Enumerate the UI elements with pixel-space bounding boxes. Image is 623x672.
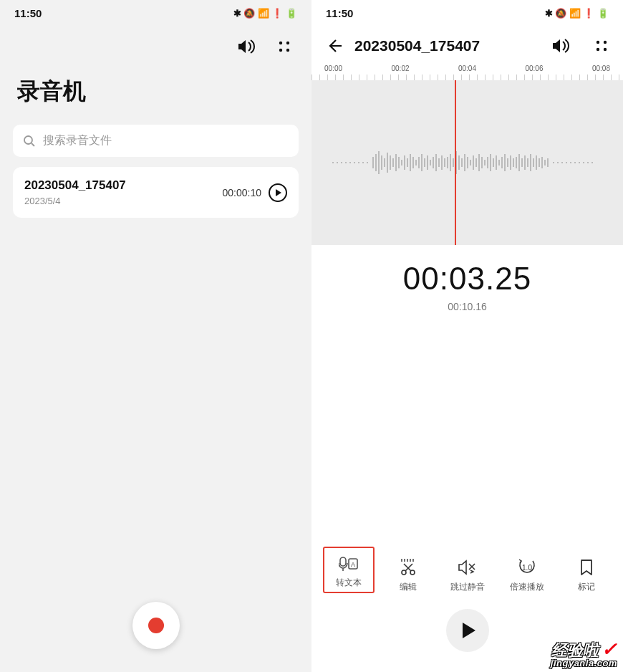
status-bar: 11:50 ✱ 🔕 📶 ❗ 🔋 — [312, 0, 623, 26]
speed-icon: 1.0 — [517, 558, 537, 577]
recording-detail-screen: 11:50 ✱ 🔕 📶 ❗ 🔋 20230504_175407 00:00 00… — [312, 0, 623, 672]
tick-label: 00:04 — [458, 64, 476, 72]
svg-line-5 — [32, 143, 34, 146]
current-time: 00:03.25 — [312, 261, 623, 297]
bottom-toolbar: A 转文本 编辑 跳过静音 1.0 倍速播放 — [312, 547, 623, 593]
play-button[interactable] — [446, 609, 489, 652]
svg-text:1.0: 1.0 — [522, 564, 532, 572]
tool-label: 倍速播放 — [510, 581, 544, 593]
search-icon — [23, 135, 36, 148]
waveform-area[interactable] — [312, 80, 623, 245]
status-bar: 11:50 ✱ 🔕 📶 ❗ 🔋 — [0, 0, 312, 26]
search-input[interactable]: 搜索录音文件 — [13, 125, 299, 157]
checkmark-icon: ✓ — [602, 638, 617, 660]
svg-point-3 — [286, 49, 289, 52]
transcribe-icon: A — [339, 554, 359, 572]
svg-point-8 — [604, 41, 607, 44]
page-title: 录音机 — [0, 62, 312, 120]
status-icons: ✱ 🔕 📶 ❗ 🔋 — [545, 8, 609, 19]
more-icon[interactable] — [594, 39, 609, 53]
watermark: 经验啦 ✓ jingyanla.com — [551, 640, 617, 668]
mute-skip-icon — [458, 558, 478, 577]
svg-point-4 — [24, 136, 32, 144]
playhead-indicator[interactable] — [455, 80, 456, 245]
back-icon[interactable] — [326, 37, 343, 54]
svg-line-103 — [405, 564, 412, 571]
status-time: 11:50 — [14, 7, 42, 19]
svg-point-1 — [286, 42, 289, 44]
speaker-icon[interactable] — [237, 39, 256, 54]
status-time: 11:50 — [326, 7, 353, 19]
total-time: 00:10.16 — [312, 301, 623, 312]
svg-line-104 — [404, 564, 411, 571]
status-icons: ✱ 🔕 📶 ❗ 🔋 — [233, 8, 297, 19]
svg-point-10 — [604, 48, 607, 51]
tick-label: 00:02 — [391, 64, 409, 72]
recording-name: 20230504_175407 — [24, 178, 126, 193]
time-ruler[interactable]: 00:00 00:02 00:04 00:06 00:08 — [312, 64, 623, 80]
edit-button[interactable]: 编辑 — [382, 558, 434, 593]
svg-point-2 — [279, 49, 282, 52]
tick-label: 00:06 — [525, 64, 543, 72]
tool-label: 转文本 — [336, 577, 362, 589]
recording-title: 20230504_175407 — [354, 37, 540, 54]
recording-date: 2023/5/4 — [24, 196, 126, 206]
tool-label: 标记 — [578, 581, 595, 593]
svg-point-7 — [597, 41, 599, 44]
tick-label: 00:08 — [592, 64, 610, 72]
waveform-icon — [312, 141, 623, 184]
svg-rect-92 — [340, 557, 346, 566]
speed-button[interactable]: 1.0 倍速播放 — [501, 558, 553, 593]
svg-point-9 — [597, 48, 599, 51]
svg-text:A: A — [350, 561, 354, 568]
recording-item[interactable]: 20230504_175407 2023/5/4 00:00:10 — [13, 167, 299, 218]
bookmark-icon — [579, 558, 594, 577]
tick-label: 00:00 — [324, 64, 342, 72]
search-placeholder: 搜索录音文件 — [43, 133, 112, 148]
watermark-url: jingyanla.com — [551, 658, 617, 668]
record-button[interactable] — [132, 602, 180, 649]
tool-label: 编辑 — [400, 581, 417, 593]
speaker-icon[interactable] — [551, 38, 570, 54]
bookmark-button[interactable]: 标记 — [561, 558, 612, 593]
skip-silence-button[interactable]: 跳过静音 — [442, 558, 493, 593]
recorder-list-screen: 11:50 ✱ 🔕 📶 ❗ 🔋 录音机 搜索录音文件 20230504_1754… — [0, 0, 312, 672]
recording-duration: 00:00:10 — [223, 187, 262, 198]
play-icon[interactable] — [269, 183, 287, 202]
watermark-text: 经验啦 — [551, 641, 599, 659]
svg-point-0 — [279, 42, 282, 44]
transcribe-button[interactable]: A 转文本 — [323, 547, 375, 593]
tool-label: 跳过静音 — [450, 581, 485, 593]
more-icon[interactable] — [277, 39, 291, 54]
scissors-icon — [399, 558, 417, 577]
record-dot-icon — [148, 618, 164, 633]
